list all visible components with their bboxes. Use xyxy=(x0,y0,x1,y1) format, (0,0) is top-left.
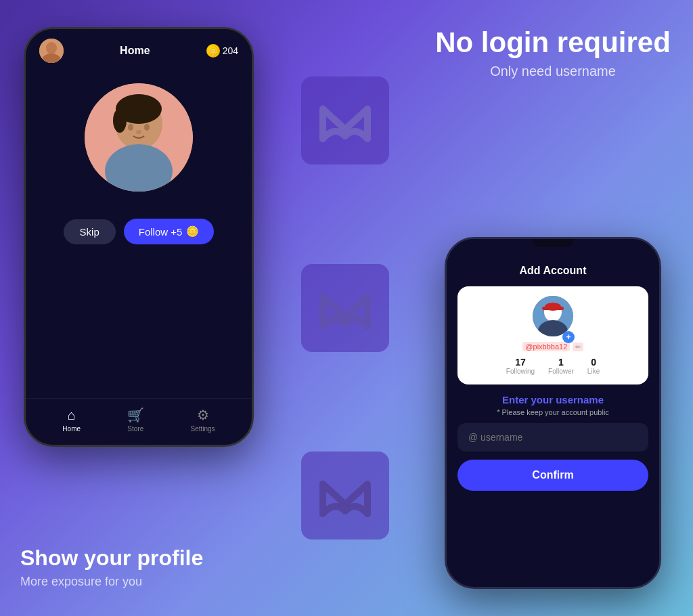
settings-icon: ⚙ xyxy=(197,407,209,423)
follow-button[interactable]: Follow +5 🪙 xyxy=(124,219,215,244)
svg-point-11 xyxy=(136,130,141,134)
coin-count: 204 xyxy=(223,45,238,56)
username-input[interactable] xyxy=(457,423,648,452)
store-icon: 🛒 xyxy=(127,407,144,423)
profile-stats: 17 Following 1 Follower 0 Like xyxy=(506,357,600,375)
phone-right: Add Account + xyxy=(445,237,661,589)
logo-bot xyxy=(301,452,389,540)
svg-point-1 xyxy=(46,42,57,54)
svg-point-16 xyxy=(545,303,561,311)
enter-username-label: Enter your username xyxy=(502,394,604,405)
phone-title: Home xyxy=(120,45,150,57)
profile-username: @pixbbba12 ✏ xyxy=(522,342,583,351)
middle-panel xyxy=(277,0,413,616)
svg-point-10 xyxy=(144,124,150,131)
phone-topbar: Home 🪙 204 xyxy=(26,29,252,70)
logo-icon-mid xyxy=(315,278,376,338)
action-buttons: Skip Follow +5 🪙 xyxy=(64,219,215,244)
left-subheadline: More exposure for you xyxy=(20,575,203,589)
svg-point-8 xyxy=(113,108,127,133)
nav-store[interactable]: 🛒 Store xyxy=(127,407,144,433)
confirm-button[interactable]: Confirm xyxy=(457,460,648,491)
home-icon: ⌂ xyxy=(68,408,76,423)
logo-icon-bot xyxy=(315,465,376,526)
stat-follower: 1 Follower xyxy=(548,357,574,375)
add-account-title: Add Account xyxy=(520,265,587,277)
profile-avatar-large xyxy=(85,83,193,192)
plus-badge: + xyxy=(562,331,575,343)
logo-mid xyxy=(301,264,389,352)
logo-top xyxy=(301,76,389,164)
coin-icon: 🪙 xyxy=(206,44,220,58)
skip-button[interactable]: Skip xyxy=(64,219,116,244)
logo-icon-top xyxy=(315,90,376,151)
follow-coin-icon: 🪙 xyxy=(186,225,199,238)
left-panel: Home 🪙 204 xyxy=(0,0,277,616)
nav-settings[interactable]: ⚙ Settings xyxy=(190,407,215,433)
profile-area: Skip Follow +5 🪙 xyxy=(26,70,252,398)
profile-card-avatar xyxy=(533,296,573,336)
left-headline: Show your profile xyxy=(20,545,203,571)
nav-home[interactable]: ⌂ Home xyxy=(62,408,81,433)
avatar xyxy=(39,39,64,63)
right-panel: No login required Only need username Add… xyxy=(413,0,693,616)
coin-badge: 🪙 204 xyxy=(206,44,238,58)
stat-like: 0 Like xyxy=(587,357,600,375)
svg-point-9 xyxy=(128,124,133,131)
keep-public-note: * Please keep your account public xyxy=(497,408,609,416)
phone-notch xyxy=(533,239,573,247)
left-bottom-text: Show your profile More exposure for you xyxy=(14,545,203,589)
profile-card: + @pixbbba12 ✏ 17 Following 1 Follower xyxy=(457,286,648,384)
phone-left: Home 🪙 204 xyxy=(24,27,254,447)
right-header: No login required Only need username xyxy=(435,27,671,79)
no-login-title: No login required xyxy=(435,27,671,58)
stat-following: 17 Following xyxy=(506,357,535,375)
no-login-sub: Only need username xyxy=(435,64,671,79)
bottom-nav: ⌂ Home 🛒 Store ⚙ Settings xyxy=(26,398,252,445)
